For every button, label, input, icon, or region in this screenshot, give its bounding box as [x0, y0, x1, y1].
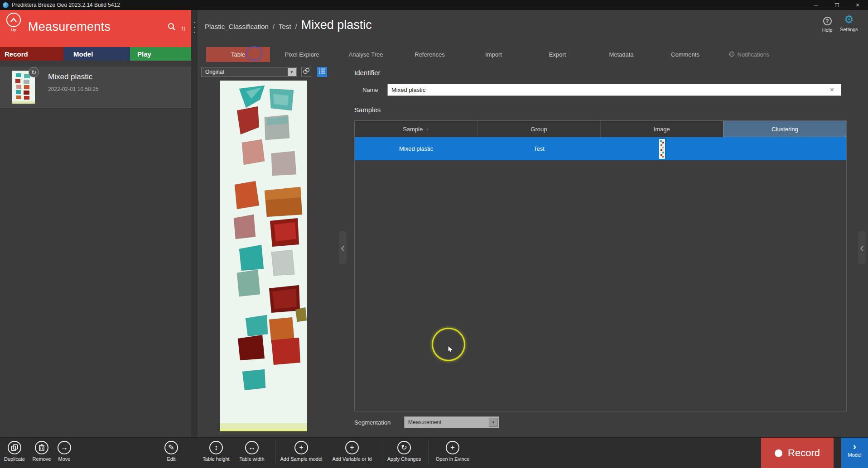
arrows-horizontal-icon: ↔	[245, 441, 259, 454]
collapse-right-panel-handle[interactable]: ‹	[858, 231, 866, 264]
edit-button[interactable]: ✎ Edit	[146, 441, 196, 462]
tab-pixel-explore[interactable]: Pixel Explore	[270, 47, 334, 62]
chevron-down-icon[interactable]: ▼	[489, 418, 498, 427]
list-icon	[318, 68, 326, 76]
search-icon[interactable]	[167, 22, 176, 33]
titlebar: Prediktera Breeze Geo 2023.2.14 Build 54…	[0, 0, 868, 10]
samples-heading: Samples	[354, 106, 381, 114]
sidebar-tab-record[interactable]: Record	[0, 47, 63, 61]
help-icon: ?	[823, 17, 832, 25]
link-view-button[interactable]	[301, 67, 311, 77]
tab-import[interactable]: Import	[462, 47, 526, 62]
app-window: Prediktera Breeze Geo 2023.2.14 Build 54…	[0, 0, 868, 468]
app-logo-icon	[3, 2, 9, 8]
arrow-right-icon: →	[58, 441, 71, 454]
tab-metadata[interactable]: Metadata	[589, 47, 653, 62]
window-controls: ×	[805, 0, 868, 10]
content-tabbar: Table Pixel Explore Analyse Tree Referen…	[206, 47, 781, 62]
view-selector-dropdown[interactable]: Original ▼	[201, 67, 297, 77]
scan-image	[220, 81, 307, 431]
open-in-evince-button[interactable]: + Open in Evince	[428, 441, 477, 462]
bottom-toolbar: Duplicate Remove → Move ✎ Edit ↕ Table h…	[0, 437, 868, 468]
column-header-image[interactable]: Image	[601, 121, 723, 137]
chevron-up-icon	[6, 13, 21, 27]
maximize-button[interactable]	[826, 0, 847, 10]
minimize-button[interactable]	[805, 0, 826, 10]
table-row[interactable]: Mixed plastic Test	[355, 137, 846, 160]
samples-table-header: Sample ▲ Group Image Clustering	[355, 121, 846, 137]
add-variable-or-id-button[interactable]: + Add Variable or Id	[327, 441, 377, 462]
tab-references[interactable]: References	[398, 47, 462, 62]
record-dot-icon	[775, 449, 782, 457]
tab-table[interactable]: Table	[206, 47, 270, 62]
sidebar-title: Measurements	[28, 20, 111, 34]
row-thumbnail	[659, 139, 665, 159]
chevron-down-icon[interactable]: ▼	[288, 68, 296, 76]
plus-icon: +	[345, 441, 359, 454]
help-button[interactable]: ? Help	[818, 17, 836, 33]
breadcrumb-group[interactable]: Test	[279, 23, 291, 30]
tab-comments[interactable]: Comments	[653, 47, 717, 62]
scan-image-panel[interactable]	[220, 81, 307, 431]
cell-clustering	[723, 137, 846, 160]
tab-export[interactable]: Export	[526, 47, 589, 62]
measurement-timestamp: 2022-02-01 10:58:25	[48, 86, 98, 92]
collapse-left-panel-handle[interactable]: ‹	[339, 231, 347, 264]
clear-name-icon[interactable]: ×	[830, 86, 834, 93]
segmentation-label: Segmentation	[354, 419, 391, 426]
samples-table: Sample ▲ Group Image Clustering Mixed pl…	[354, 120, 847, 411]
sort-icon[interactable]: ↑↓	[181, 24, 185, 32]
cell-group: Test	[477, 137, 600, 160]
sidebar-mode-tabs: Record Model Play	[0, 47, 191, 61]
cell-sample: Mixed plastic	[355, 137, 477, 160]
add-sample-model-button[interactable]: + Add Sample model	[276, 441, 326, 462]
record-button[interactable]: Record	[761, 438, 834, 468]
segmentation-dropdown[interactable]: Measurement ▼	[404, 416, 499, 428]
refresh-icon: ↻	[397, 441, 411, 454]
plus-icon: +	[446, 441, 459, 454]
gear-icon: ⚙	[837, 14, 861, 25]
sidebar: Up Measurements ↑↓ Record Model Play	[0, 10, 191, 437]
cell-image	[601, 137, 723, 160]
measurement-list-item[interactable]: ↻ Mixed plastic 2022-02-01 10:58:25	[0, 67, 191, 109]
identifier-heading: Identifier	[354, 69, 381, 76]
column-header-clustering[interactable]: Clustering	[723, 121, 846, 137]
measurement-thumbnail: ↻	[12, 71, 35, 104]
sidebar-splitter-handle[interactable]	[191, 10, 198, 437]
model-button[interactable]: › Model	[841, 438, 868, 468]
sync-icon: ↻	[29, 67, 39, 77]
app-title: Prediktera Breeze Geo 2023.2.14 Build 54…	[12, 2, 120, 8]
table-width-button[interactable]: ↔ Table width	[227, 441, 277, 462]
globe-icon	[729, 51, 735, 58]
page-title: Mixed plastic	[301, 18, 372, 32]
close-button[interactable]: ×	[847, 0, 868, 10]
breadcrumb-project[interactable]: Plastic_Classification	[205, 23, 269, 30]
apply-changes-button[interactable]: ↻ Apply Changes	[379, 441, 429, 462]
name-label: Name	[362, 86, 378, 93]
settings-button[interactable]: ⚙ Settings	[837, 14, 861, 32]
breadcrumb: Plastic_Classification / Test / Mixed pl…	[205, 18, 372, 32]
move-button[interactable]: → Move	[39, 441, 89, 462]
pencil-icon: ✎	[164, 441, 178, 454]
name-input[interactable]	[387, 84, 841, 96]
sidebar-tab-play[interactable]: Play	[130, 47, 191, 61]
chevron-right-icon: ›	[841, 441, 868, 451]
arrows-vertical-icon: ↕	[209, 441, 223, 454]
tab-analyse-tree[interactable]: Analyse Tree	[334, 47, 398, 62]
up-button[interactable]: Up	[4, 13, 24, 32]
plus-icon: +	[294, 441, 308, 454]
sidebar-tab-model[interactable]: Model	[63, 47, 130, 61]
tab-notifications[interactable]: Notifications	[717, 47, 781, 62]
sort-caret-icon: ▲	[425, 127, 429, 131]
sidebar-header: Up Measurements ↑↓	[0, 10, 191, 47]
measurement-title: Mixed plastic	[48, 72, 92, 81]
link-icon	[303, 67, 310, 76]
list-view-toggle-button[interactable]	[317, 67, 327, 77]
main-area: Plastic_Classification / Test / Mixed pl…	[198, 10, 868, 437]
column-header-sample[interactable]: Sample ▲	[355, 121, 477, 137]
column-header-group[interactable]: Group	[477, 121, 600, 137]
